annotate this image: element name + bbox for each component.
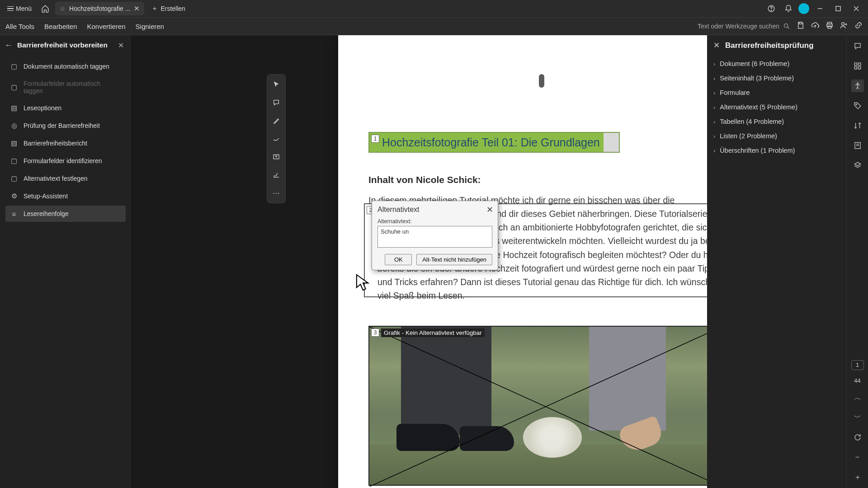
rp-item-headings[interactable]: ›Überschriften (1 Problem): [712, 143, 842, 158]
left-panel: ← Barrierefreiheit vorbereiten ✕ ▢Dokume…: [0, 35, 131, 488]
titlebar: Menü ☆ Hochzeitsfotografie ... ✕ ＋ Erste…: [0, 0, 868, 17]
alt-text-icon: ▢: [10, 174, 18, 183]
document-heading: Hochzeitsfotografie Teil 01: Die Grundla…: [382, 136, 600, 149]
rail-accessibility[interactable]: [851, 80, 864, 92]
rp-item-tables[interactable]: ›Tabellen (4 Probleme): [712, 114, 842, 129]
toolbar-sign[interactable]: Signieren: [136, 23, 164, 30]
right-panel-title: Barrierefreiheitsprüfung: [725, 41, 814, 50]
help-button[interactable]: [764, 1, 778, 16]
lp-item-reading-order[interactable]: ≡Lesereihenfolge: [5, 206, 126, 222]
rail-order[interactable]: [851, 119, 864, 132]
lp-item-identify-form-fields[interactable]: ▢Formularfelder identifizieren: [5, 153, 126, 169]
notifications-button[interactable]: [781, 1, 796, 16]
cloud-upload-icon: [811, 21, 819, 29]
total-pages: 44: [854, 377, 860, 384]
save-button[interactable]: [797, 21, 805, 31]
page-down-button[interactable]: ﹀: [851, 411, 864, 424]
chevron-up-icon: ︿: [854, 393, 861, 403]
lp-item-set-alt-text[interactable]: ▢Alternativtext festlegen: [5, 170, 126, 187]
left-panel-close[interactable]: ✕: [118, 41, 124, 50]
lp-item-accessibility-report[interactable]: ▤Barrierefreiheitsbericht: [5, 135, 126, 151]
menu-button[interactable]: Menü: [4, 3, 35, 14]
rail-content[interactable]: [851, 139, 864, 152]
more-tools[interactable]: ⋯: [270, 187, 283, 199]
maximize-button[interactable]: [830, 2, 846, 15]
rail-comments[interactable]: [851, 40, 864, 52]
user-avatar[interactable]: [798, 3, 809, 14]
zoom-in-button[interactable]: ＋: [851, 471, 864, 483]
toolbar-all-tools[interactable]: Alle Tools: [5, 23, 34, 30]
refresh-button[interactable]: [851, 431, 864, 444]
chevron-right-icon: ›: [713, 75, 715, 82]
comment-tool[interactable]: [270, 96, 283, 109]
zoom-out-button[interactable]: −: [851, 451, 864, 464]
check-icon: ◎: [10, 122, 18, 130]
dialog-skip-button[interactable]: Alt-Text nicht hinzufügen: [416, 254, 492, 265]
alt-text-dialog: Alternativtext ✕ Alternativtext: Schuhe …: [372, 201, 498, 270]
tag-icon: [854, 102, 862, 110]
draw-tool[interactable]: [270, 132, 283, 145]
help-icon: [767, 5, 775, 13]
create-tab-button[interactable]: ＋ Erstellen: [147, 2, 189, 15]
svg-rect-20: [858, 67, 860, 69]
textbox-tool[interactable]: [270, 150, 283, 163]
rail-tags[interactable]: [851, 99, 864, 112]
link-button[interactable]: [854, 21, 863, 31]
tag-icon: ▢: [10, 62, 18, 70]
svg-rect-18: [858, 63, 860, 65]
chevron-right-icon: ›: [713, 61, 715, 67]
lp-item-setup-assistant[interactable]: ⚙Setup-Assistent: [5, 188, 126, 204]
lp-item-autotag-document[interactable]: ▢Dokument automatisch taggen: [5, 58, 126, 75]
lp-item-accessibility-check[interactable]: ◎Prüfung der Barrierefreiheit: [5, 117, 126, 134]
page-up-button[interactable]: ︿: [851, 391, 864, 404]
svg-line-7: [788, 27, 789, 28]
lp-item-read-options[interactable]: ▤Leseoptionen: [5, 100, 126, 116]
rp-item-alt-text[interactable]: ›Alternativtext (5 Probleme): [712, 100, 842, 114]
rail-thumbnails[interactable]: [851, 60, 864, 72]
star-icon: ☆: [60, 5, 66, 12]
chevron-right-icon: ›: [713, 118, 715, 125]
svg-point-21: [857, 83, 858, 84]
back-button[interactable]: ←: [5, 41, 13, 50]
close-window-button[interactable]: [848, 2, 864, 15]
tagged-image-region[interactable]: 3 Grafik - Kein Alternativtext verfügbar: [368, 326, 707, 486]
share-button[interactable]: [840, 21, 848, 31]
rp-item-document[interactable]: ›Dokument (6 Probleme): [712, 56, 842, 71]
rp-item-page-content[interactable]: ›Seiteninhalt (3 Probleme): [712, 71, 842, 85]
accessibility-icon: [854, 82, 862, 90]
rp-item-forms[interactable]: ›Formulare: [712, 85, 842, 100]
dialog-close-button[interactable]: ✕: [486, 205, 493, 215]
rp-item-lists[interactable]: ›Listen (2 Probleme): [712, 129, 842, 143]
print-button[interactable]: [826, 21, 834, 31]
search-tools[interactable]: Text oder Werkzeuge suchen: [698, 23, 790, 30]
current-page-indicator[interactable]: 1: [851, 360, 864, 370]
minimize-button[interactable]: [812, 2, 828, 15]
plus-icon: ＋: [151, 5, 158, 13]
highlight-tool[interactable]: [270, 114, 283, 127]
order-icon: [854, 122, 862, 130]
chevron-right-icon: ›: [713, 133, 715, 140]
sign-tool[interactable]: [270, 169, 283, 181]
tagged-heading-region[interactable]: 1 Hochzeitsfotografie Teil 01: Die Grund…: [368, 132, 620, 153]
svg-rect-3: [836, 6, 840, 11]
document-tab[interactable]: ☆ Hochzeitsfotografie ... ✕: [55, 2, 144, 15]
svg-point-1: [771, 10, 771, 10]
dialog-ok-button[interactable]: OK: [385, 254, 412, 265]
crossout-overlay: [369, 327, 707, 487]
alt-text-input[interactable]: Schuhe un: [377, 226, 492, 248]
gear-icon: ⚙: [10, 192, 18, 200]
tab-close-button[interactable]: ✕: [134, 5, 140, 13]
chevron-down-icon: ﹀: [854, 413, 861, 422]
right-panel-close[interactable]: ✕: [713, 41, 720, 50]
cloud-button[interactable]: [811, 21, 819, 31]
tab-title: Hochzeitsfotografie ...: [69, 5, 130, 12]
svg-rect-19: [854, 67, 857, 69]
toolbar-convert[interactable]: Konvertieren: [87, 23, 126, 30]
home-button[interactable]: [38, 1, 52, 16]
scrollbar-thumb[interactable]: [539, 74, 544, 88]
select-tool[interactable]: [270, 78, 283, 91]
menu-label: Menü: [16, 5, 32, 12]
toolbar-edit[interactable]: Bearbeiten: [44, 23, 77, 30]
rail-layers[interactable]: [851, 159, 864, 172]
right-panel: ✕ Barrierefreiheitsprüfung ›Dokument (6 …: [707, 35, 868, 488]
